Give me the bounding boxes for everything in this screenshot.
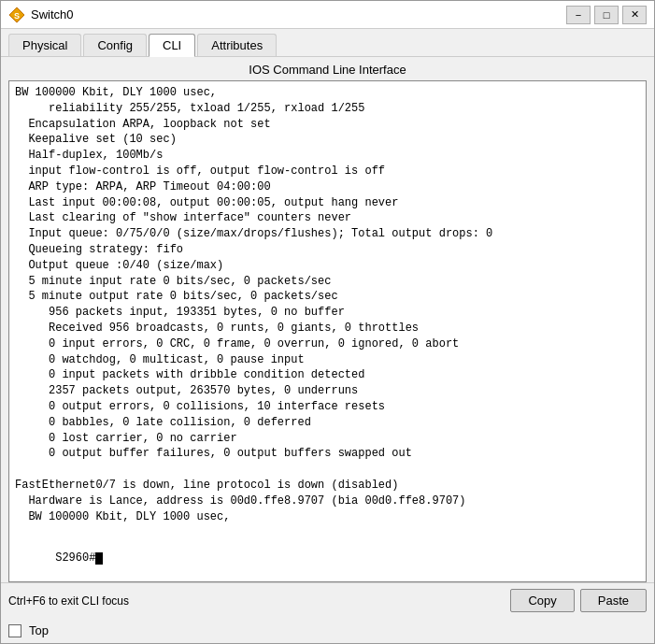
cli-prompt: S2960# — [55, 551, 95, 565]
bottom-bar: Ctrl+F6 to exit CLI focus Copy Paste — [1, 582, 654, 618]
title-bar-left: S Switch0 — [8, 7, 74, 23]
window-title: Switch0 — [31, 7, 74, 21]
tab-cli[interactable]: CLI — [149, 34, 195, 57]
title-bar: S Switch0 − □ ✕ — [1, 1, 654, 29]
paste-button[interactable]: Paste — [580, 589, 647, 612]
cli-area: BW 100000 Kbit, DLY 1000 usec, reliabili… — [8, 80, 647, 582]
title-bar-controls: − □ ✕ — [566, 6, 647, 24]
tab-physical[interactable]: Physical — [8, 34, 81, 56]
top-checkbox[interactable] — [8, 624, 21, 637]
svg-text:S: S — [14, 11, 20, 21]
help-text: Ctrl+F6 to exit CLI focus — [8, 594, 129, 608]
main-window: S Switch0 − □ ✕ Physical Config CLI Attr… — [0, 0, 655, 644]
footer-bar: Top — [1, 618, 654, 643]
minimize-button[interactable]: − — [566, 6, 591, 24]
cli-input-line[interactable]: S2960# — [9, 538, 646, 581]
section-title: IOS Command Line Interface — [1, 57, 654, 80]
app-icon: S — [8, 7, 25, 23]
bottom-buttons: Copy Paste — [510, 589, 647, 612]
tab-attributes[interactable]: Attributes — [197, 34, 277, 56]
cli-output[interactable]: BW 100000 Kbit, DLY 1000 usec, reliabili… — [9, 81, 646, 538]
tab-config[interactable]: Config — [83, 34, 147, 56]
copy-button[interactable]: Copy — [510, 589, 574, 612]
maximize-button[interactable]: □ — [594, 6, 619, 24]
tab-bar: Physical Config CLI Attributes — [1, 29, 654, 57]
top-label: Top — [29, 623, 49, 637]
close-button[interactable]: ✕ — [622, 6, 647, 24]
cli-cursor — [95, 552, 103, 565]
